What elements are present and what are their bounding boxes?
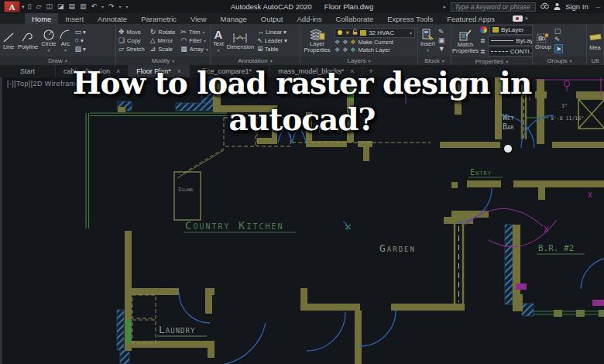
layer-properties-tool[interactable]: Layer Properties (303, 27, 331, 53)
panel-block-footer[interactable]: Block ▾ (418, 57, 451, 65)
edit-attributes-icon[interactable]: ▣ (438, 36, 445, 44)
tab-annotate[interactable]: Annotate (91, 13, 134, 24)
lineweight-dropdown[interactable]: ByLayer ▾ (488, 36, 533, 46)
rotate-tool[interactable]: ↻Rotate (150, 28, 176, 36)
sign-in-button[interactable]: Sign In (565, 2, 589, 11)
rectangle-tool-icon[interactable]: ▭ (74, 28, 81, 36)
ellipse-caret-icon[interactable]: ▾ (81, 37, 84, 44)
panel-utilities-footer[interactable]: Uti (587, 57, 603, 65)
insert-block-tool[interactable]: Insert ▾ (420, 27, 435, 53)
ellipse-tool-icon[interactable]: ○ (74, 36, 78, 44)
layer-freeze-sun-icon[interactable]: ☀ (345, 29, 350, 36)
circle-caret-icon[interactable]: ▾ (47, 48, 50, 53)
open-file-icon[interactable]: ▱ (36, 1, 41, 12)
panel-properties-footer[interactable]: Properties ▾ (451, 57, 532, 65)
tab-add-ins[interactable]: Add-ins (290, 13, 328, 24)
fillet-caret-icon[interactable]: ▾ (204, 38, 206, 43)
qat-customize-icon[interactable]: ▾ (126, 4, 129, 9)
trim-tool[interactable]: ✂Trim▾ (180, 28, 208, 36)
linear-caret-icon[interactable]: ▾ (283, 29, 287, 36)
dimension-tool[interactable]: Dimension (227, 30, 254, 50)
copy-tool[interactable]: ❏Copy (118, 36, 145, 44)
redo-icon[interactable]: ↷ (108, 1, 115, 12)
ribbon-extra-caret-icon[interactable]: ▾ (525, 15, 528, 22)
polyline-tool[interactable]: Polyline (18, 30, 38, 50)
text-tool[interactable]: A Text ▾ (213, 27, 224, 53)
window-minimize-icon[interactable]: – (596, 2, 600, 11)
redo-caret-icon[interactable]: ▾ (119, 4, 122, 9)
undo-icon[interactable]: ↶ (91, 1, 97, 12)
make-current-tool[interactable]: ❖ ❖ ❖ Make Current (335, 39, 415, 46)
arc-caret-icon[interactable]: ▾ (64, 48, 67, 53)
tab-insert[interactable]: Insert (58, 13, 91, 24)
room-label-br2: B.R. #2 (538, 243, 574, 253)
line-tool[interactable]: Line (2, 30, 15, 50)
group-edit-icon[interactable]: ✎ (554, 36, 564, 43)
move-tool[interactable]: ✥Move (118, 28, 145, 36)
app-menu-caret-icon[interactable]: ▾ (22, 4, 25, 10)
tab-express-tools[interactable]: Express Tools (380, 13, 440, 24)
linear-tool[interactable]: ↔Linear▾ (257, 28, 287, 36)
arc-tool[interactable]: Arc ▾ (59, 27, 71, 53)
leader-tool[interactable]: ↖Leader▾ (257, 36, 287, 44)
layer-dropdown-caret-icon[interactable]: ▾ (410, 30, 412, 36)
measure-icon[interactable] (589, 30, 602, 44)
panel-draw-footer[interactable]: Draw ▾ (0, 57, 115, 65)
panel-annotation-footer[interactable]: Annotation ▾ (211, 57, 300, 65)
print-icon[interactable]: ▥ (80, 1, 87, 12)
circle-tool[interactable]: Circle ▾ (41, 27, 56, 53)
tab-home[interactable]: Home (25, 13, 58, 24)
layer-select-dropdown[interactable]: ☀ 32 HVAC ▾ (335, 28, 415, 38)
new-file-icon[interactable]: ▯ (28, 1, 32, 12)
fillet-tool[interactable]: ◠Fillet▾ (180, 36, 208, 44)
layer-on-bulb-icon[interactable] (338, 30, 342, 35)
match-properties-tool[interactable]: Match Properties (454, 28, 477, 54)
search-input[interactable] (451, 2, 536, 12)
leader-caret-icon[interactable]: ▾ (284, 37, 287, 44)
array-icon: ▦ (180, 45, 187, 53)
hatch-tool-icon[interactable]: ▨ (74, 45, 81, 53)
match-layer-tool[interactable]: ❖ ❖ ❖ Match Layer (335, 46, 415, 53)
search-scope-caret-icon[interactable]: ▸ (444, 4, 447, 10)
tab-parametric[interactable]: Parametric (134, 13, 184, 24)
group-select-icon[interactable]: ➤ (554, 44, 564, 53)
object-color-dropdown[interactable]: ByLayer ▾ (489, 25, 533, 35)
room-label-laundry: Laundry (159, 324, 195, 335)
app-logo-icon[interactable]: A (4, 1, 20, 12)
table-tool[interactable]: ⊞Table (257, 45, 287, 53)
edit-block-icon[interactable]: ✎ (438, 28, 445, 36)
circle-icon (43, 27, 55, 40)
save-as-icon[interactable]: ◪ (57, 1, 64, 12)
rectangle-caret-icon[interactable]: ▾ (83, 29, 86, 36)
ungroup-icon[interactable]: ▢ (554, 27, 564, 35)
panel-layers-footer[interactable]: Layers ▾ (300, 57, 417, 65)
tab-manage[interactable]: Manage (214, 13, 254, 24)
tab-collaborate[interactable]: Collaborate (329, 13, 381, 24)
search-binoculars-icon[interactable] (541, 2, 549, 11)
undo-caret-icon[interactable]: ▾ (101, 4, 104, 9)
panel-modify-footer[interactable]: Modify ▾ (116, 57, 210, 65)
tab-output[interactable]: Output (254, 13, 290, 24)
group-tool[interactable]: Group (535, 30, 551, 50)
plot-icon[interactable]: ▤ (68, 1, 75, 12)
hatch-caret-icon[interactable]: ▾ (83, 46, 86, 53)
block-more-icon[interactable]: ▼ (438, 45, 445, 53)
array-caret-icon[interactable]: ▾ (206, 46, 208, 52)
insert-caret-icon[interactable]: ▾ (427, 48, 429, 53)
array-tool[interactable]: ▦Array▾ (180, 45, 208, 53)
tab-view[interactable]: View (184, 13, 213, 24)
trim-caret-icon[interactable]: ▾ (203, 29, 205, 35)
screen-capture-icon[interactable] (513, 15, 523, 22)
save-icon[interactable]: ◫ (46, 1, 53, 12)
panel-groups-footer[interactable]: Groups ▾ (533, 57, 586, 65)
linetype-dropdown[interactable]: CONTI... ▾ (488, 46, 533, 57)
user-icon[interactable] (554, 2, 561, 12)
layer-color-swatch[interactable] (360, 30, 366, 36)
mirror-tool[interactable]: △Mirror (150, 36, 176, 44)
scale-tool[interactable]: ⊿Scale (150, 45, 176, 53)
stretch-tool[interactable]: ▱Stretch (118, 45, 145, 53)
layer-lock-icon[interactable] (352, 29, 358, 36)
tab-featured-apps[interactable]: Featured Apps (440, 13, 502, 24)
move-icon: ✥ (118, 28, 125, 36)
text-caret-icon[interactable]: ▾ (217, 48, 219, 53)
